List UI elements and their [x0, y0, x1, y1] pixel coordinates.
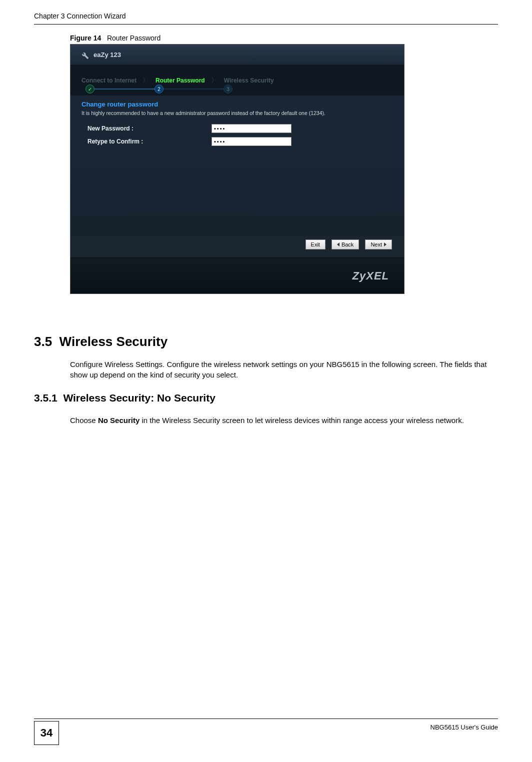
chevron-right-icon: 〉 [211, 76, 218, 85]
footer-rule [34, 718, 498, 719]
field-new-password: New Password : [82, 124, 393, 133]
p2-part-a: Choose [70, 416, 98, 424]
retype-password-input[interactable] [212, 137, 292, 146]
exit-label: Exit [311, 242, 320, 248]
step-indicator-dots: ✓ 2 3 [86, 84, 232, 94]
section-number: 3.5 [34, 334, 52, 349]
zyxel-logo: ZyXEL [352, 270, 389, 282]
app-header: eaZy 123 [70, 44, 404, 66]
panel-title: Change router password [82, 100, 393, 108]
chapter-header: Chapter 3 Connection Wizard [34, 12, 126, 20]
triangle-right-icon [384, 242, 386, 246]
new-password-input[interactable] [212, 124, 292, 133]
p2-bold: No Security [98, 416, 140, 424]
step-wireless-security[interactable]: Wireless Security [224, 77, 274, 84]
page-number: 34 [34, 721, 59, 745]
next-button[interactable]: Next [365, 240, 392, 250]
step-connector [164, 88, 224, 90]
figure-title: Router Password [107, 34, 160, 42]
step-dot-3: 3 [224, 84, 232, 94]
section-3-5-heading: 3.5 Wireless Security [34, 334, 168, 350]
step-label: Wireless Security [224, 77, 274, 84]
field-retype-password: Retype to Confirm : [82, 137, 393, 146]
triangle-left-icon [337, 242, 340, 246]
section-title: Wireless Security: No Security [63, 392, 215, 404]
step-label: Connect to Internet [82, 77, 136, 84]
back-button[interactable]: Back [332, 240, 359, 250]
section-number: 3.5.1 [34, 392, 58, 404]
wizard-body: Change router password It is highly reco… [70, 96, 404, 236]
section-3-5-1-paragraph: Choose No Security in the Wireless Secur… [70, 415, 498, 426]
next-label: Next [370, 242, 382, 248]
router-screenshot: eaZy 123 Connect to Internet 〉 Router Pa… [70, 44, 404, 294]
app-footer: ZyXEL [70, 258, 404, 294]
figure-caption: Figure 14 Router Password [70, 34, 160, 42]
step-label: Router Password [156, 77, 205, 84]
section-title: Wireless Security [60, 334, 168, 349]
retype-password-label: Retype to Confirm : [82, 138, 212, 145]
p2-part-b: in the Wireless Security screen to let w… [140, 416, 464, 424]
step-router-password[interactable]: Router Password [156, 77, 205, 84]
panel-description: It is highly recommended to have a new a… [82, 110, 393, 116]
chevron-right-icon: 〉 [142, 76, 150, 85]
figure-number: Figure 14 [70, 34, 101, 42]
section-3-5-paragraph: Configure Wireless Settings. Configure t… [70, 359, 498, 380]
wizard-button-row: Exit Back Next [306, 240, 392, 250]
new-password-label: New Password : [82, 125, 212, 132]
exit-button[interactable]: Exit [306, 240, 326, 250]
guide-name: NBG5615 User's Guide [430, 724, 498, 731]
header-rule [34, 24, 498, 24]
step-dot-1-done: ✓ [86, 84, 94, 94]
back-label: Back [342, 242, 354, 248]
wrench-icon [80, 50, 90, 60]
step-dot-2-current: 2 [154, 84, 164, 94]
wizard-steps: Connect to Internet 〉 Router Password 〉 … [70, 66, 404, 96]
section-3-5-1-heading: 3.5.1 Wireless Security: No Security [34, 392, 216, 404]
app-brand: eaZy 123 [94, 51, 121, 58]
step-connector [94, 88, 154, 90]
step-connect-internet[interactable]: Connect to Internet [82, 77, 136, 84]
